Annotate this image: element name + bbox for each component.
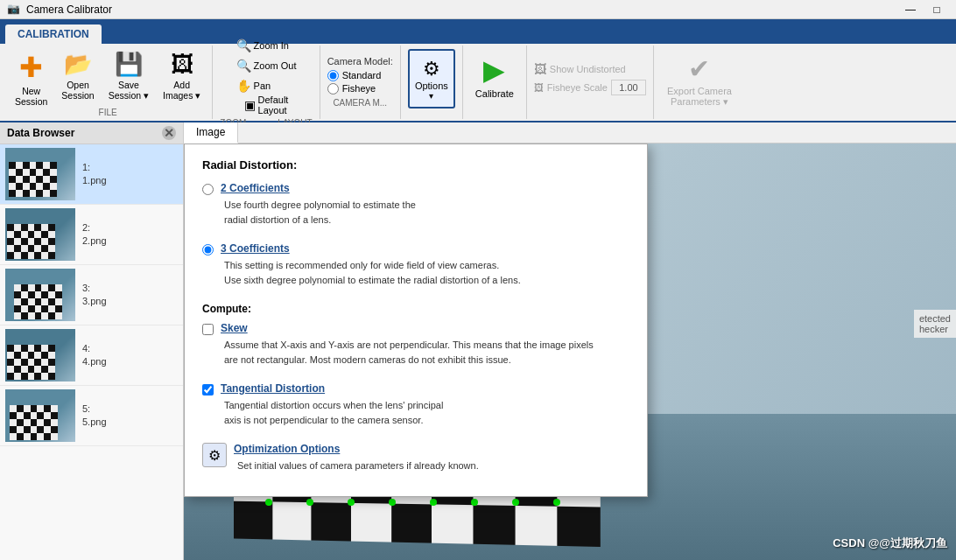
image-filename-3: 3.png: [82, 295, 107, 308]
fisheye-scale-row: 🖼 Fisheye Scale: [534, 80, 646, 95]
optimization-heading[interactable]: Optimization Options: [234, 443, 479, 455]
options-icon: ⚙: [423, 58, 440, 80]
options-popup-title: Radial Distortion:: [202, 158, 629, 172]
app-icon: 📷: [7, 3, 21, 17]
two-coeff-desc: Use fourth degree polynomial to estimate…: [221, 198, 416, 227]
fisheye-scale-label: Fisheye Scale: [547, 82, 608, 93]
image-thumb-5: [5, 389, 75, 442]
new-session-label: NewSession: [15, 86, 47, 108]
standard-radio-row: Standard: [327, 70, 393, 81]
export-section: ✔ Export CameraParameters ▾: [654, 46, 745, 119]
new-session-button[interactable]: ✚ NewSession: [9, 46, 53, 106]
image-info-2: 2: 2.png: [82, 221, 107, 248]
ribbon-tab-bar: CALIBRATION: [0, 19, 956, 44]
options-popup: Radial Distortion: 2 Coefficients Use fo…: [184, 144, 648, 497]
skew-row: Skew Assume that X-axis and Y-axis are n…: [202, 322, 629, 375]
standard-label: Standard: [342, 70, 382, 80]
fisheye-radio[interactable]: [327, 83, 339, 94]
image-thumb-3: [5, 269, 75, 321]
image-item-5[interactable]: 5: 5.png: [0, 386, 183, 446]
skew-heading[interactable]: Skew: [221, 322, 594, 334]
zoom-section: 🔍 Zoom In 🔍 Zoom Out ✋ Pan ▣ DefaultLayo…: [213, 46, 320, 119]
calibrate-label: Calibrate: [475, 88, 514, 99]
two-coeff-radio[interactable]: [202, 184, 214, 195]
new-session-icon: ✚: [19, 51, 43, 84]
minimize-button[interactable]: —: [898, 0, 923, 19]
three-coeff-heading[interactable]: 3 Coefficients: [221, 242, 521, 255]
options-label: Options: [415, 80, 448, 91]
options-button[interactable]: ⚙ Options ▾: [408, 49, 455, 108]
zoom-out-icon: 🔍: [236, 59, 251, 73]
layout-icon: ▣: [244, 98, 256, 112]
image-filename-4: 4.png: [82, 355, 107, 368]
image-item-1[interactable]: 1: 1.png: [0, 144, 183, 205]
tangential-desc: Tangential distortion occurs when the le…: [221, 398, 443, 427]
window-title: Camera Calibrator: [26, 4, 898, 16]
image-view: etected hecker CSDN @@过期秋刀鱼 Radial Disto…: [184, 144, 956, 560]
zoom-in-label: Zoom In: [254, 40, 289, 51]
three-coeff-radio[interactable]: [202, 244, 214, 256]
tab-image[interactable]: Image: [184, 122, 238, 144]
zoom-out-label: Zoom Out: [254, 60, 297, 71]
ribbon-toolbar: ✚ NewSession 📂 OpenSession 💾 SaveSession…: [0, 44, 956, 122]
image-index-4: 4:: [82, 342, 107, 355]
image-index-5: 5:: [82, 402, 107, 416]
maximize-button[interactable]: □: [924, 0, 949, 19]
camera-model-section: Camera Model: Standard Fisheye CAMERA M.…: [320, 46, 401, 119]
optimization-desc: Set initial values of camera parameters …: [234, 458, 479, 473]
file-buttons: ✚ NewSession 📂 OpenSession 💾 SaveSession…: [9, 46, 207, 106]
pan-label: Pan: [254, 80, 271, 91]
tangential-checkbox[interactable]: [202, 384, 214, 396]
zoom-buttons: 🔍 Zoom In 🔍 Zoom Out ✋ Pan: [230, 36, 303, 95]
three-coeff-row: 3 Coefficients This setting is recommend…: [202, 242, 629, 296]
add-images-label: AddImages ▾: [163, 80, 200, 102]
open-session-icon: 📂: [64, 51, 92, 78]
fisheye-scale-input[interactable]: [611, 80, 646, 95]
camera-model-label: Camera Model:: [327, 56, 393, 66]
save-session-label: SaveSession ▾: [109, 80, 149, 102]
skew-checkbox[interactable]: [202, 324, 214, 335]
image-item-4[interactable]: 4: 4.png: [0, 326, 183, 386]
image-item-3[interactable]: 3: 3.png: [0, 265, 183, 326]
show-undistorted-label: Show Undistorted: [550, 64, 626, 74]
fisheye-icon: 🖼: [534, 82, 544, 93]
image-filename-5: 5.png: [82, 416, 107, 429]
two-coeff-row: 2 Coefficients Use fourth degree polynom…: [202, 182, 629, 235]
fisheye-label: Fisheye: [342, 83, 376, 94]
optimization-row: ⚙ Optimization Options Set initial value…: [202, 443, 629, 482]
tangential-heading[interactable]: Tangential Distortion: [221, 382, 443, 395]
pan-button[interactable]: ✋ Pan: [230, 76, 278, 95]
show-undistorted-row: 🖼 Show Undistorted: [534, 62, 646, 76]
image-filename-2: 2.png: [82, 234, 107, 248]
options-section: ⚙ Options ▾: [401, 46, 463, 119]
data-browser-close-button[interactable]: ✕: [162, 126, 176, 140]
standard-radio[interactable]: [327, 70, 339, 81]
zoom-in-button[interactable]: 🔍 Zoom In: [230, 36, 295, 55]
file-section: ✚ NewSession 📂 OpenSession 💾 SaveSession…: [4, 46, 213, 119]
compute-label: Compute:: [202, 303, 629, 315]
add-images-button[interactable]: 🖼 AddImages ▾: [157, 46, 207, 106]
undistorted-icon: 🖼: [534, 62, 546, 76]
zoom-out-button[interactable]: 🔍 Zoom Out: [230, 56, 303, 75]
data-browser: Data Browser ✕: [0, 122, 184, 560]
two-coeff-heading[interactable]: 2 Coefficients: [221, 182, 416, 194]
fisheye-radio-row: Fisheye: [327, 83, 393, 94]
image-filename-1: 1.png: [82, 174, 107, 187]
export-icon: ✔: [688, 53, 710, 84]
calibrate-button[interactable]: ▶ Calibrate: [470, 49, 519, 108]
image-item-2[interactable]: 2: 2.png: [0, 205, 183, 265]
three-coeff-desc: This setting is recommended only for wid…: [221, 258, 521, 287]
save-session-button[interactable]: 💾 SaveSession ▾: [102, 46, 155, 106]
default-layout-button[interactable]: ▣ DefaultLayout: [238, 95, 295, 115]
image-info-3: 3: 3.png: [82, 282, 107, 309]
image-index-1: 1:: [82, 161, 107, 174]
export-button[interactable]: ✔ Export CameraParameters ▾: [661, 49, 738, 108]
main-area: Data Browser ✕: [0, 122, 956, 560]
image-info-1: 1: 1.png: [82, 161, 107, 188]
default-layout-label: DefaultLayout: [258, 94, 289, 116]
export-label: Export CameraParameters ▾: [667, 86, 732, 108]
tab-calibration[interactable]: CALIBRATION: [5, 24, 102, 44]
image-thumb-4: [5, 329, 75, 382]
open-session-button[interactable]: 📂 OpenSession: [55, 46, 100, 106]
save-session-icon: 💾: [115, 51, 143, 78]
